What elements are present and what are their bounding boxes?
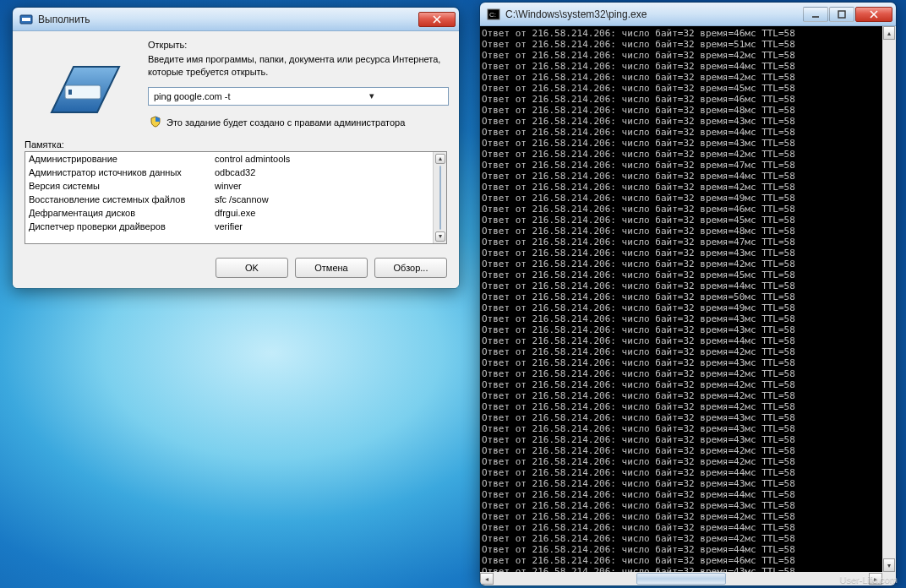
ok-button[interactable]: OK <box>216 258 288 278</box>
close-button[interactable] <box>855 7 892 22</box>
browse-button[interactable]: Обзор... <box>374 258 447 278</box>
chevron-down-icon[interactable]: ▾ <box>299 90 445 101</box>
run-dialog: Выполнить Открыть: Введите имя программы… <box>12 7 460 289</box>
maximize-button[interactable] <box>829 7 854 22</box>
run-titlebar[interactable]: Выполнить <box>13 8 459 31</box>
list-item[interactable]: Администрированиеcontrol admintools <box>25 152 446 166</box>
scrollbar-thumb[interactable] <box>636 573 727 585</box>
list-item[interactable]: Диспетчер проверки драйверовverifier <box>25 220 446 233</box>
chevron-down-icon[interactable]: ▾ <box>435 231 445 242</box>
list-item[interactable]: Восстановление системных файловsfc /scan… <box>25 193 446 206</box>
cheatsheet-scrollbar[interactable]: ▴ ▾ <box>433 152 446 243</box>
svg-rect-1 <box>22 18 30 21</box>
svg-text:C:: C: <box>489 11 496 19</box>
cheatsheet-list[interactable]: Администрированиеcontrol admintoolsАдмин… <box>25 151 447 244</box>
svg-rect-6 <box>838 11 845 18</box>
chevron-up-icon[interactable]: ▴ <box>435 154 445 164</box>
chevron-down-icon[interactable]: ▾ <box>883 558 895 572</box>
cmd-titlebar[interactable]: C: C:\Windows\system32\ping.exe <box>480 3 896 26</box>
run-title: Выполнить <box>36 14 418 25</box>
open-description: Введите имя программы, папки, документа … <box>148 53 449 79</box>
cmd-output: Ответ от 216.58.214.206: число байт=32 в… <box>480 26 882 572</box>
shield-icon <box>150 116 161 129</box>
chevron-up-icon[interactable]: ▴ <box>883 26 895 40</box>
minimize-button[interactable] <box>803 7 828 22</box>
cmd-window: C: C:\Windows\system32\ping.exe Ответ от… <box>479 2 897 586</box>
cheatsheet-label: Памятка: <box>25 139 447 150</box>
cmd-vertical-scrollbar[interactable]: ▴ ▾ <box>882 26 896 572</box>
svg-rect-3 <box>68 90 72 95</box>
cmd-title: C:\Windows\system32\ping.exe <box>504 8 802 20</box>
run-close-button[interactable] <box>418 12 456 27</box>
scrollbar-thumb[interactable] <box>439 166 441 230</box>
cancel-button[interactable]: Отмена <box>295 258 368 278</box>
watermark: User-Life.com <box>840 574 898 585</box>
list-item[interactable]: Администратор источников данныхodbcad32 <box>25 166 446 179</box>
open-value: ping google.com -t <box>154 91 299 101</box>
run-large-icon <box>46 60 124 121</box>
admin-note: Это задание будет создано с правами адми… <box>166 117 405 128</box>
list-item[interactable]: Версия системыwinver <box>25 179 446 193</box>
cmd-horizontal-scrollbar[interactable]: ◂ ▸ <box>480 572 882 585</box>
chevron-left-icon[interactable]: ◂ <box>480 573 494 585</box>
open-combobox[interactable]: ping google.com -t ▾ <box>148 87 449 106</box>
run-icon <box>19 13 33 26</box>
open-label: Открыть: <box>148 40 449 50</box>
cmd-icon: C: <box>487 8 500 21</box>
list-item[interactable]: Дефрагментация дисковdfrgui.exe <box>25 206 446 220</box>
